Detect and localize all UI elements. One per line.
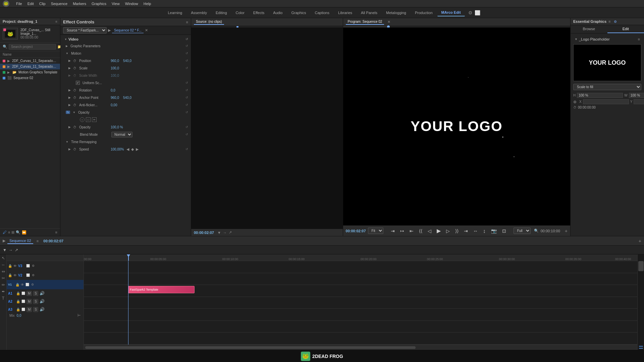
gp-reset-icon[interactable]: ↺ — [185, 44, 188, 48]
v3-eye-icon[interactable]: 👁 — [13, 264, 17, 268]
tab-metalogging[interactable]: Metalogging — [382, 9, 410, 16]
a1-collapse-icon[interactable]: ⬜ — [21, 292, 25, 295]
menu-clip[interactable]: Clip — [39, 2, 46, 6]
eg-panel-settings-icon[interactable]: ⚙ — [614, 20, 617, 23]
timeline-timecode[interactable]: 00:00:02:07 — [43, 239, 63, 243]
h-input[interactable] — [577, 93, 623, 98]
v1-lock-icon[interactable]: 🔒 — [15, 283, 19, 287]
mark-out-btn[interactable]: ↦ — [399, 228, 406, 234]
insert-btn[interactable]: ↔ — [472, 228, 479, 234]
ov-reset-btn[interactable]: ↺ — [185, 125, 188, 129]
play-button[interactable]: ▶ — [435, 227, 442, 235]
timeline-right-scrollbar[interactable] — [637, 254, 644, 350]
y-coord-input[interactable] — [634, 99, 644, 104]
a2-lock-icon[interactable]: 🔒 — [16, 300, 20, 303]
a1-volume-icon[interactable]: 🔊 — [40, 291, 45, 296]
step-frame-back-btn[interactable]: ◁ — [426, 228, 433, 234]
opacity-section-header[interactable]: fx ▼ Opacity ↺ — [60, 109, 191, 116]
tl-marker-icon[interactable]: → — [9, 248, 13, 252]
v2-collapse-icon[interactable]: ⬜ — [26, 274, 30, 277]
seq-close-icon[interactable]: ✕ — [145, 28, 148, 33]
v2-settings-icon[interactable]: ⚙ — [32, 274, 35, 277]
ap-expand-icon[interactable]: ▶ — [68, 96, 72, 99]
program-tab-close-icon[interactable]: ✕ — [387, 20, 390, 24]
af-reset-btn[interactable]: ↺ — [185, 103, 188, 107]
v1-collapse-icon[interactable]: ⬜ — [25, 283, 29, 286]
a3-lock-icon[interactable]: 🔒 — [16, 308, 20, 311]
tl-snap-icon[interactable]: ▼ — [3, 248, 7, 252]
timeline-v-scroll-thumb[interactable] — [638, 261, 644, 271]
tab-editing[interactable]: Editing — [212, 9, 231, 16]
speed-reset-btn[interactable]: ↺ — [185, 147, 188, 151]
menu-markers[interactable]: Markers — [73, 2, 86, 6]
a1-lock-icon[interactable]: 🔒 — [16, 292, 20, 295]
ov-stopwatch-icon[interactable]: ⏱ — [73, 125, 76, 129]
a3-collapse-icon[interactable]: ⬜ — [21, 308, 25, 311]
eg-tab-browse[interactable]: Browse — [571, 25, 607, 33]
project-item-1[interactable]: ▶ 2DF_Curvas_11_Separado_... — [0, 64, 60, 69]
scale-value[interactable]: 100,0 — [111, 66, 119, 70]
af-expand-icon[interactable]: ▶ — [68, 103, 72, 107]
overwrite-btn[interactable]: ↨ — [482, 228, 487, 234]
source-filter-icon[interactable]: ▼ — [217, 231, 221, 235]
source-marker-icon[interactable]: → — [223, 231, 227, 235]
tab-learning[interactable]: Learning — [164, 9, 186, 16]
program-timecode[interactable]: 00:00:02:07 — [346, 229, 366, 233]
to-in-btn[interactable]: ⇤ — [408, 228, 415, 234]
blend-mode-select[interactable]: Normal — [111, 132, 132, 137]
v3-lock-icon[interactable]: 🔒 — [8, 264, 12, 268]
video-reset-icon[interactable]: ↺ — [185, 38, 188, 41]
position-stopwatch-icon[interactable]: ⏱ — [73, 59, 76, 63]
menu-window[interactable]: Window — [125, 2, 138, 6]
menu-file[interactable]: File — [16, 2, 22, 6]
motion-row-header[interactable]: ▼ Motion ↺ — [60, 50, 191, 57]
speed-expand-icon[interactable]: ▶ — [68, 147, 72, 151]
anchor-point-x-value[interactable]: 960,0 — [111, 96, 119, 100]
opacity-reset-icon[interactable]: ↺ — [185, 111, 188, 114]
step-fwd-btn[interactable]: ⟩⟩ — [454, 228, 460, 234]
speed-prev-keyframe-icon[interactable]: ◀ — [126, 147, 129, 152]
rotation-reset-btn[interactable]: ↺ — [185, 88, 188, 92]
timeline-scroll-thumb[interactable] — [85, 346, 416, 349]
v1-settings-icon[interactable]: ⚙ — [31, 283, 34, 286]
position-expand-icon[interactable]: ▶ — [68, 59, 72, 62]
tab-production[interactable]: Production — [411, 9, 437, 16]
source-select[interactable]: Source * FastSpark... — [63, 27, 107, 34]
quality-zoom-icon[interactable]: 🔍 — [534, 229, 539, 233]
position-x-value[interactable]: 960,0 — [111, 59, 119, 63]
speed-next-keyframe-icon[interactable]: ▶ — [136, 147, 139, 152]
opacity-ellipse-icon[interactable]: ○ — [80, 117, 85, 122]
program-monitor-tab[interactable]: Program: Sequence 02 — [346, 19, 384, 25]
ov-expand-icon[interactable]: ▶ — [68, 125, 72, 129]
speed-stopwatch-icon[interactable]: ⏱ — [73, 147, 76, 151]
x-coord-input[interactable] — [583, 99, 629, 104]
project-item-3[interactable]: ⬛ Sequence 02 — [0, 75, 60, 81]
scale-expand-icon[interactable]: ▶ — [68, 66, 72, 70]
timeline-tab[interactable]: Sequence 02 — [7, 238, 33, 244]
v2-lock-icon[interactable]: 🔒 — [8, 274, 12, 277]
timeline-play-icon[interactable]: ▶ — [3, 239, 5, 243]
timeline-add-icon[interactable]: + — [639, 238, 641, 244]
new-item-icon[interactable]: 🖊 — [3, 230, 7, 235]
timeline-ruler[interactable]: 00:00 00:00:05:00 00:00:10:00 00:00:15:0… — [84, 254, 637, 261]
a3-volume-icon[interactable]: 🔊 — [40, 307, 45, 312]
rotation-value[interactable]: 0,0 — [111, 88, 115, 92]
tl-export-icon[interactable]: ↗ — [15, 248, 18, 252]
motion-reset-icon[interactable]: ↺ — [185, 52, 188, 55]
placeholder-section-header[interactable]: ▼ _Logo Placeholder ≡ — [573, 36, 641, 42]
position-y-value[interactable]: 540,0 — [123, 59, 131, 63]
quality-select[interactable]: Full — [514, 228, 531, 234]
to-out-btn[interactable]: ⇥ — [463, 228, 469, 234]
v2-eye-icon[interactable]: 👁 — [13, 274, 17, 277]
menu-sequence[interactable]: Sequence — [51, 2, 68, 6]
mix-end-icon[interactable]: ⊢ — [77, 313, 81, 318]
panel-menu-bottom-icon[interactable]: ≡ — [55, 230, 57, 234]
add-button-icon[interactable]: + — [565, 228, 568, 234]
placeholder-menu-icon[interactable]: ≡ — [638, 37, 640, 41]
panel-menu-icon[interactable]: ≡ — [55, 20, 57, 23]
bm-reset-btn[interactable]: ↺ — [185, 133, 188, 136]
a1-m-btn[interactable]: M — [26, 291, 32, 296]
opacity-pen-icon[interactable]: ✏ — [92, 117, 97, 122]
tab-assembly[interactable]: Assembly — [187, 9, 211, 16]
a2-collapse-icon[interactable]: ⬜ — [21, 300, 25, 303]
